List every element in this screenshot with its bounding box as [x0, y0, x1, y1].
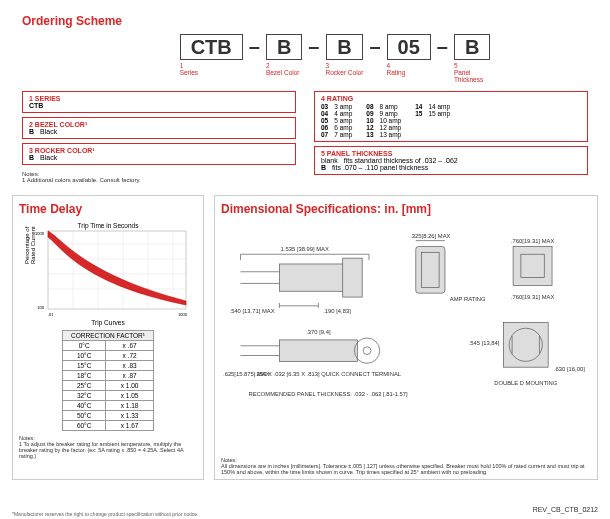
svg-text:.760[19.31] MAX: .760[19.31] MAX: [511, 294, 555, 300]
ordering-title: Ordering Scheme: [22, 14, 588, 28]
part-panel: B: [454, 34, 490, 60]
svg-text:100: 100: [37, 305, 44, 310]
svg-text:.01: .01: [48, 312, 54, 317]
svg-rect-14: [279, 264, 347, 291]
dim-notes: Notes: All dimensions are in inches [mil…: [221, 457, 591, 475]
rating-box: 4 RATING 033 amp044 amp055 amp066 amp077…: [314, 91, 588, 142]
svg-point-38: [363, 347, 371, 355]
svg-text:.760[19.31] MAX: .760[19.31] MAX: [511, 238, 555, 244]
svg-rect-15: [343, 258, 362, 297]
svg-rect-27: [416, 246, 445, 293]
revision: REV_CB_CTB_0212: [533, 506, 598, 513]
series-box: 1 SERIES CTB: [22, 91, 296, 113]
rocker-box: 3 ROCKER COLOR¹ BBlack: [22, 143, 296, 165]
svg-text:.630
[16,00]: .630 [16,00]: [554, 366, 585, 372]
dimension-drawing: 1.535 [38.99] MAX .540 [13,71] MAX .190 …: [221, 222, 591, 452]
trip-chart: Percentage of Rated Current 1000 100 .01…: [28, 229, 188, 319]
svg-text:1.535 [38.99] MAX: 1.535 [38.99] MAX: [281, 246, 329, 252]
ordering-notes: Notes: 1 Additional colors available. Co…: [22, 171, 296, 183]
part-rocker: B: [326, 34, 362, 60]
chart-top-label: Trip Time in Seconds: [19, 222, 197, 229]
bezel-box: 2 BEZEL COLOR¹ BBlack: [22, 117, 296, 139]
panel-box: 5 PANEL THICKNESS blankfits standard thi…: [314, 146, 588, 175]
correction-table: CORRECTION FACTOR¹ 0°Cx .6710°Cx .7215°C…: [62, 330, 154, 431]
svg-text:.325[8.26] MAX: .325[8.26] MAX: [410, 233, 450, 239]
svg-rect-45: [503, 322, 548, 367]
svg-text:AMP
RATING: AMP RATING: [450, 296, 486, 302]
svg-text:1000: 1000: [35, 231, 45, 236]
svg-text:.370 [9,4]: .370 [9,4]: [306, 329, 331, 335]
svg-rect-32: [513, 246, 552, 285]
part-series: CTB: [180, 34, 243, 60]
svg-rect-36: [279, 340, 357, 361]
svg-text:.250 X .032 [6.35 X .813]
QUIC: .250 X .032 [6.35 X .813] QUICK CONNECT …: [255, 371, 402, 377]
time-delay-title: Time Delay: [19, 202, 197, 216]
td-notes: Notes: 1 To adjust the breaker rating fo…: [19, 435, 197, 459]
svg-text:.540 [13,71] MAX: .540 [13,71] MAX: [230, 308, 275, 314]
chart-bot-label: Trip Curves: [19, 319, 197, 326]
svg-text:.190 [4,83]: .190 [4,83]: [323, 308, 351, 314]
part-bezel: B: [266, 34, 302, 60]
svg-text:RECOMMENDED PANEL THICKNESS:
.: RECOMMENDED PANEL THICKNESS: .032 - .062…: [248, 391, 408, 397]
dim-title: Dimensional Specifications: in. [mm]: [221, 202, 591, 216]
svg-text:.545
[13,84]: .545 [13,84]: [469, 340, 500, 346]
svg-point-37: [354, 338, 379, 363]
svg-text:DOUBLE D
MOUNTING: DOUBLE D MOUNTING: [494, 380, 558, 386]
svg-text:1000: 1000: [178, 312, 188, 317]
ordering-code: CTB1Series – B2Bezel Color – B3Rocker Co…: [82, 34, 588, 83]
manufacturer-note: *Manufacturer reserves the right to chan…: [12, 511, 199, 517]
part-rating: 05: [387, 34, 431, 60]
